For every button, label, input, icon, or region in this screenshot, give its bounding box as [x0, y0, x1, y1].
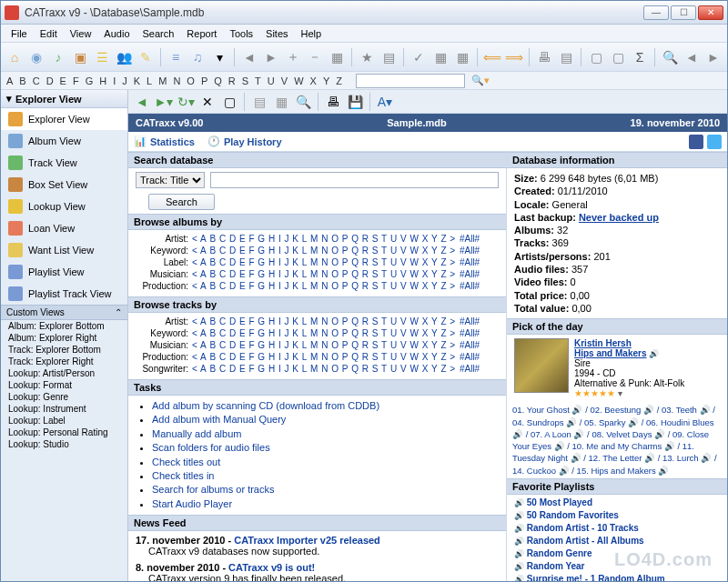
custom-view-item[interactable]: Album: Explorer Right — [1, 332, 127, 344]
browse-letter[interactable]: M — [310, 340, 318, 350]
browse-letter[interactable]: S — [372, 246, 379, 256]
sidebar-item-playlist-view[interactable]: Playlist View — [1, 261, 127, 283]
menu-help[interactable]: Help — [295, 26, 329, 41]
browse-letter[interactable]: Z — [440, 269, 446, 279]
custom-view-item[interactable]: Lookup: Artist/Person — [1, 367, 127, 379]
search-input[interactable] — [210, 172, 499, 188]
browse-letter[interactable]: Y — [431, 352, 438, 362]
browse-letter[interactable]: P — [342, 269, 349, 279]
browse-letter[interactable]: S — [372, 328, 379, 338]
browse-letter[interactable]: L — [302, 328, 308, 338]
fav-playlist-link[interactable]: Surprise me! - 1 Random Album — [527, 574, 665, 581]
browse-letter[interactable]: Z — [440, 316, 446, 326]
browse-letter[interactable]: K — [292, 281, 298, 291]
browse-letter[interactable]: E — [239, 257, 246, 267]
browse-letter[interactable]: A — [200, 257, 207, 267]
browse-letter[interactable]: L — [302, 281, 308, 291]
alpha-X[interactable]: X — [310, 75, 317, 86]
tab-statistics[interactable]: 📊Statistics — [134, 135, 195, 147]
browse-letter[interactable]: H — [268, 364, 275, 374]
menu-edit[interactable]: Edit — [34, 26, 64, 41]
sidebar-item-track-view[interactable]: Track View — [1, 152, 127, 174]
print-icon[interactable]: 🖶 — [534, 47, 554, 67]
browse-letter[interactable]: I — [278, 281, 281, 291]
task-link[interactable]: Add album with Manual Query — [152, 414, 286, 425]
browse-letter[interactable]: T — [381, 269, 387, 279]
browse-letter[interactable]: O — [331, 364, 339, 374]
browse-letter[interactable]: N — [321, 352, 328, 362]
browse-letter[interactable]: X — [422, 281, 429, 291]
browse-letter[interactable]: C — [219, 246, 226, 256]
browse-letter[interactable]: V — [400, 281, 407, 291]
browse-letter[interactable]: H — [268, 328, 275, 338]
browse-letter[interactable]: U — [390, 328, 397, 338]
alpha-D[interactable]: D — [46, 75, 54, 86]
browse-letter[interactable]: Y — [431, 340, 438, 350]
browse-letter[interactable]: S — [372, 257, 379, 267]
browse-letter[interactable]: H — [268, 281, 275, 291]
forward-icon[interactable]: ►▾ — [154, 92, 174, 112]
browse-letter[interactable]: K — [292, 316, 298, 326]
browse-letter[interactable]: A — [200, 269, 207, 279]
print2-icon[interactable]: 🖶 — [323, 92, 343, 112]
browse-letter[interactable]: Z — [440, 364, 446, 374]
browse-letter[interactable]: #All# — [460, 269, 480, 279]
browse-letter[interactable]: R — [362, 269, 369, 279]
browse-letter[interactable]: F — [248, 281, 254, 291]
browse-letter[interactable]: H — [268, 234, 275, 244]
backup-link[interactable]: Never backed up — [579, 212, 659, 223]
browse-letter[interactable]: Z — [440, 352, 446, 362]
browse-letter[interactable]: L — [302, 352, 308, 362]
browse-letter[interactable]: < — [192, 234, 197, 244]
browse-letter[interactable]: D — [229, 281, 236, 291]
add-icon[interactable]: ＋ — [283, 47, 303, 67]
browse-letter[interactable]: U — [390, 364, 397, 374]
browse-letter[interactable]: B — [210, 328, 217, 338]
browse-letter[interactable]: V — [400, 234, 407, 244]
browse-letter[interactable]: A — [200, 234, 207, 244]
list-icon[interactable]: ▤ — [379, 47, 399, 67]
browse-letter[interactable]: T — [381, 352, 387, 362]
browse-letter[interactable]: I — [278, 246, 281, 256]
fav-playlist-link[interactable]: Random Year — [527, 561, 585, 571]
browse-letter[interactable]: V — [400, 269, 407, 279]
back-icon[interactable]: ◄ — [132, 92, 152, 112]
browse-letter[interactable]: < — [192, 340, 197, 350]
browse-letter[interactable]: X — [422, 257, 429, 267]
browse-letter[interactable]: N — [321, 269, 328, 279]
browse-letter[interactable]: R — [362, 257, 369, 267]
browse-letter[interactable]: X — [422, 328, 429, 338]
browse-letter[interactable]: U — [390, 281, 397, 291]
browse-letter[interactable]: E — [239, 364, 246, 374]
menu-view[interactable]: View — [64, 26, 98, 41]
browse-letter[interactable]: G — [258, 246, 265, 256]
browse-letter[interactable]: C — [219, 340, 226, 350]
alpha-V[interactable]: V — [281, 75, 288, 86]
group1-icon[interactable]: ▢ — [586, 47, 606, 67]
browse-letter[interactable]: > — [450, 328, 455, 338]
browse-letter[interactable]: E — [239, 269, 246, 279]
browse-letter[interactable]: M — [310, 234, 318, 244]
browse-letter[interactable]: R — [362, 281, 369, 291]
task-link[interactable]: Manually add album — [152, 428, 241, 439]
task-link[interactable]: Search for albums or tracks — [152, 484, 275, 495]
browse-letter[interactable]: D — [229, 328, 236, 338]
browse-letter[interactable]: R — [362, 352, 369, 362]
browse-letter[interactable]: T — [381, 328, 387, 338]
browse-letter[interactable]: O — [331, 234, 339, 244]
browse-letter[interactable]: J — [285, 352, 289, 362]
cd-icon[interactable]: ◉ — [26, 47, 46, 67]
browse-letter[interactable]: D — [229, 269, 236, 279]
browse-letter[interactable]: Z — [440, 246, 446, 256]
browse-letter[interactable]: R — [362, 340, 369, 350]
browse-letter[interactable]: N — [321, 234, 328, 244]
browse-letter[interactable]: < — [192, 257, 197, 267]
browse-letter[interactable]: H — [268, 340, 275, 350]
browse-letter[interactable]: V — [400, 340, 407, 350]
custom-view-item[interactable]: Track: Explorer Bottom — [1, 344, 127, 356]
sidebar-item-playlist-track-view[interactable]: Playlist Track View — [1, 283, 127, 305]
browse-letter[interactable]: D — [229, 364, 236, 374]
browse-letter[interactable]: K — [292, 328, 298, 338]
browse-letter[interactable]: Y — [431, 234, 438, 244]
browse-letter[interactable]: W — [410, 281, 418, 291]
